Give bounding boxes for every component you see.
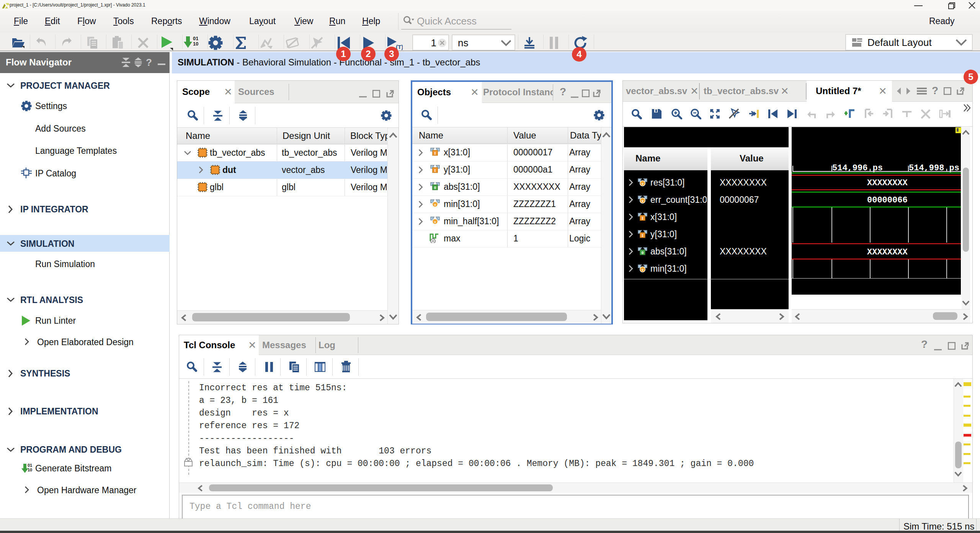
svg-text:10: 10 bbox=[28, 468, 32, 472]
svg-text:01: 01 bbox=[28, 463, 32, 468]
svg-text:10: 10 bbox=[193, 41, 198, 47]
svg-text:01: 01 bbox=[193, 36, 198, 41]
